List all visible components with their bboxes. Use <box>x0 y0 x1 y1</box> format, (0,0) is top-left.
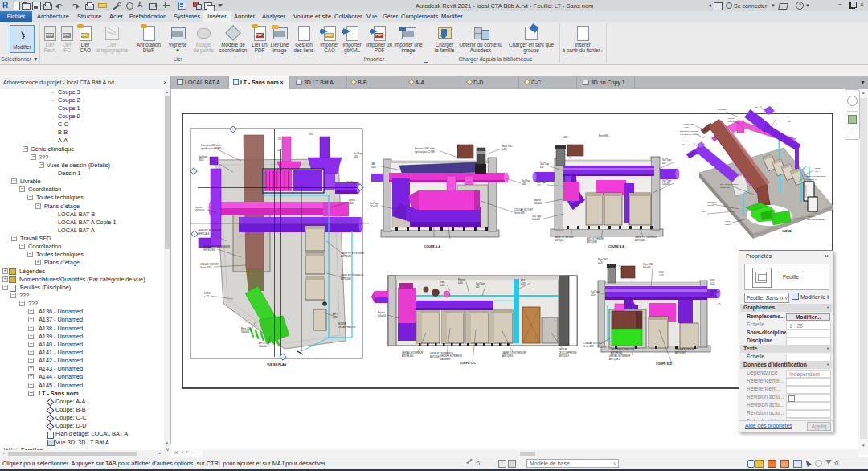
svg-text:à40s: à40s <box>440 284 445 287</box>
svg-text:ANTIQUE3: ANTIQUE3 <box>430 355 441 358</box>
svg-text:à45: à45 <box>476 285 480 289</box>
svg-text:BATIMENT: BATIMENT <box>440 358 451 361</box>
svg-text:AH 175: AH 175 <box>259 342 266 345</box>
svg-text:EF/EC: EF/EC <box>204 292 211 295</box>
svg-text:Reprise: Reprise <box>458 278 465 281</box>
svg-text:Green B58: Green B58 <box>200 266 211 269</box>
svg-text:GAINE PLT EXTERIEUR: GAINE PLT EXTERIEUR <box>502 351 526 354</box>
svg-text:VENTAIL EXTERIEUR: VENTAIL EXTERIEUR <box>805 175 825 178</box>
svg-text:ANTIREJAIL: ANTIREJAIL <box>611 351 623 354</box>
svg-text:Green B58: Green B58 <box>514 211 525 215</box>
svg-text:Extracteur VMC debit: Extracteur VMC debit <box>201 144 221 147</box>
svg-text:ANTIQUE: ANTIQUE <box>555 239 564 242</box>
svg-text:Ø450: Ø450 <box>199 158 204 162</box>
svg-text:ANTIQUE1: ANTIQUE1 <box>341 255 352 258</box>
svg-text:Rejet C13: Rejet C13 <box>707 201 717 203</box>
svg-text:à465: à465 <box>522 182 526 186</box>
svg-text:Soufflage: Soufflage <box>199 155 207 158</box>
svg-text:ANTIQUE1: ANTIQUE1 <box>675 351 686 354</box>
svg-text:ANTIQUE: ANTIQUE <box>807 222 816 224</box>
svg-text:Sou*Tage: Sou*Tage <box>540 162 550 166</box>
svg-text:à85: à85 <box>702 214 706 216</box>
svg-text:Rejet CTA: Rejet CTA <box>643 263 653 266</box>
svg-text:GAINE PLT EXTERIEUR: GAINE PLT EXTERIEUR <box>341 252 364 255</box>
svg-text:à450: à450 <box>349 202 354 205</box>
svg-text:DEVOIEMENT ASCENSEUR: DEVOIEMENT ASCENSEUR <box>203 245 230 248</box>
svg-text:type Easyvec C2 MW: type Easyvec C2 MW <box>415 150 435 154</box>
svg-text:545x465: 545x465 <box>532 218 541 221</box>
svg-text:ANTIREJAIL: ANTIREJAIL <box>402 354 414 358</box>
svg-text:CD: CD <box>277 149 280 152</box>
svg-text:ANTIREJAIL: ANTIREJAIL <box>805 178 817 181</box>
svg-text:CTA DAE VICTORY: CTA DAE VICTORY <box>200 263 219 266</box>
svg-text:Green B58: Green B58 <box>583 345 594 348</box>
svg-text:ANTIQUE3: ANTIQUE3 <box>502 354 514 358</box>
svg-text:Sou*Tage: Sou*Tage <box>662 158 672 162</box>
svg-text:JAE: JAE <box>371 162 375 166</box>
svg-text:ANTIQUE2: ANTIQUE2 <box>341 277 352 281</box>
svg-text:Rejet VMC: Rejet VMC <box>598 258 608 261</box>
svg-text:à45: à45 <box>662 162 666 165</box>
svg-text:Sou*Tage: Sou*Tage <box>354 152 363 155</box>
svg-text:COUPE D-D: COUPE D-D <box>656 362 673 366</box>
svg-text:à45s: à45s <box>591 293 596 297</box>
svg-text:Sou*Tage: Sou*Tage <box>591 290 600 293</box>
svg-text:à125: à125 <box>521 282 526 285</box>
svg-text:Sou*Tage: Sou*Tage <box>718 109 727 111</box>
svg-text:type Easyvec KA3PW: type Easyvec KA3PW <box>201 147 222 150</box>
svg-text:VUE 3D: VUE 3D <box>782 230 792 233</box>
svg-text:Sou*Tage: Sou*Tage <box>522 179 531 182</box>
svg-text:à50: à50 <box>755 106 759 109</box>
svg-text:à125: à125 <box>710 282 715 285</box>
svg-text:Point VUE: Point VUE <box>684 123 694 125</box>
svg-text:ANTIQUE1: ANTIQUE1 <box>587 240 598 244</box>
svg-text:Extracteur VMC debit: Extracteur VMC debit <box>415 147 435 150</box>
svg-text:545x465: 545x465 <box>370 205 379 208</box>
svg-text:CET COMPRESSE: CET COMPRESSE <box>807 219 825 221</box>
svg-text:Rejeta: Rejeta <box>728 117 735 120</box>
svg-text:GAINE PLT INTERIEUR: GAINE PLT INTERIEUR <box>635 236 657 239</box>
svg-text:Ø450/400: Ø450/400 <box>195 209 205 212</box>
svg-text:VMC: VMC <box>659 271 664 274</box>
svg-text:VENTAIL: VENTAIL <box>807 215 816 218</box>
svg-text:CTA, DAE VICTORY: CTA, DAE VICTORY <box>720 183 739 186</box>
svg-text:Sou*Tage: Sou*Tage <box>537 181 547 184</box>
svg-text:VENTELLES: VENTELLES <box>203 248 215 252</box>
svg-text:ANT EXTERIEUR: ANT EXTERIEUR <box>587 237 604 240</box>
svg-text:à45: à45 <box>710 293 714 297</box>
svg-text:CTA DAE VICTORY: CTA DAE VICTORY <box>583 342 602 345</box>
svg-text:Rejet VMC: Rejet VMC <box>599 134 609 137</box>
svg-text:AB: AB <box>788 121 791 123</box>
svg-text:COUPE A-A: COUPE A-A <box>424 245 440 248</box>
svg-text:à450: à450 <box>458 281 463 285</box>
svg-text:VERTICALE: VERTICALE <box>198 232 210 236</box>
svg-text:Rejet C13: Rejet C13 <box>241 327 251 330</box>
svg-text:Sou*Tage: Sou*Tage <box>710 290 720 293</box>
svg-text:DN: DN <box>278 137 281 141</box>
svg-text:EXN: EXN <box>521 279 525 282</box>
svg-text:Rejet VMC: Rejet VMC <box>502 145 513 148</box>
svg-text:COUPE C-C: COUPE C-C <box>460 362 477 365</box>
svg-text:GROUPE: GROUPE <box>559 348 568 351</box>
svg-text:VENTAIL EXTERIEUR: VENTAIL EXTERIEUR <box>402 351 423 354</box>
svg-text:VUE EN PLAN: VUE EN PLAN <box>267 363 287 367</box>
svg-text:reprise: reprise <box>349 199 355 202</box>
svg-text:EXN: EXN <box>710 279 714 282</box>
svg-text:GAINE PLT INTERIEUR: GAINE PLT INTERIEUR <box>341 274 363 277</box>
svg-text:Extraction VMC debit: Extraction VMC debit <box>680 130 699 133</box>
svg-text:DGx80: DGx80 <box>718 112 724 114</box>
svg-text:EF A: EF A <box>702 211 707 213</box>
svg-text:Reprise: Reprise <box>378 311 385 314</box>
svg-text:Sou*Tage: Sou*Tage <box>532 215 542 218</box>
svg-text:à425: à425 <box>659 274 664 277</box>
svg-text:MODINE: MODINE <box>338 322 346 326</box>
svg-text:900x400: 900x400 <box>241 330 250 334</box>
svg-text:450x400: 450x400 <box>534 202 542 205</box>
svg-text:VENTAIL EXTERIEUR: VENTAIL EXTERIEUR <box>609 354 630 358</box>
svg-text:Sou*Tage: Sou*Tage <box>347 181 357 184</box>
svg-text:900x400: 900x400 <box>643 266 652 269</box>
svg-text:ANTIQUE1: ANTIQUE1 <box>609 358 620 361</box>
svg-text:CD: CD <box>718 303 721 306</box>
svg-text:EF: EF <box>778 116 781 118</box>
svg-text:DN: DN <box>309 133 313 136</box>
